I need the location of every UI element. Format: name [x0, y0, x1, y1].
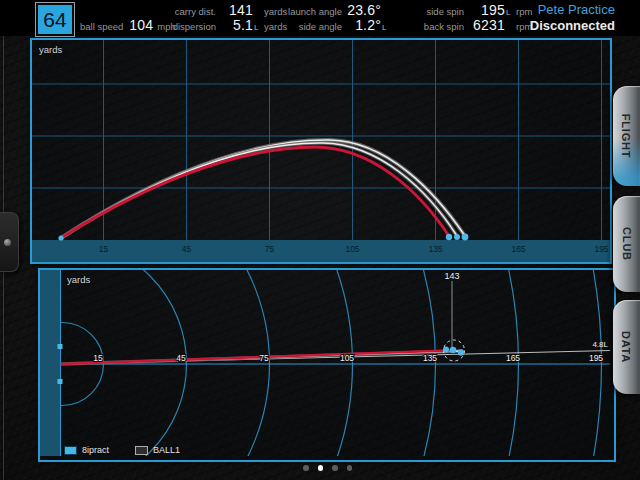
page-dot[interactable]: [332, 465, 338, 471]
svg-text:165: 165: [506, 353, 520, 363]
svg-text:105: 105: [340, 353, 354, 363]
legend-label: BALL1: [153, 445, 180, 455]
metric-angle-group: launch angle 23.6° side angle 1.2°L: [286, 2, 388, 31]
legend-item-ball[interactable]: BALL1: [135, 445, 180, 455]
page-dot[interactable]: [347, 465, 353, 471]
tee-box-bar: [40, 270, 60, 456]
flight-chart: 15 45 75 105 135 165 195: [32, 40, 610, 262]
drawer-knob-icon: [4, 239, 11, 246]
ball-landing-marker[interactable]: [443, 340, 465, 361]
tab-flight-label: FLIGHT: [621, 114, 633, 159]
metric-side: L: [506, 8, 512, 17]
flight-side-view-panel: 15 45 75 105 135 165 195: [30, 38, 612, 264]
legend-swatch-gray: [135, 446, 148, 455]
legend-swatch-blue: [64, 446, 77, 455]
legend: 8ipract BALL1: [64, 445, 180, 455]
metric-carry-group: carry dist. 141 yards dispersion 5.1L ya…: [150, 2, 287, 31]
svg-text:165: 165: [511, 244, 525, 254]
metric-label: launch angle: [286, 6, 342, 17]
player-name[interactable]: Pete Practice: [538, 2, 615, 17]
connection-status: Disconnected: [530, 18, 615, 33]
top-down-view-panel: 143 15 45 75 105 135 165 195 4.8L: [38, 268, 616, 462]
top-view-chart: 143 15 45 75 105 135 165 195 4.8L: [40, 270, 610, 456]
metric-value: 6231: [473, 17, 505, 33]
metric-label: dispersion: [150, 21, 216, 32]
page-dot[interactable]: [303, 465, 309, 471]
lateral-deviation-label: 4.8L: [592, 340, 608, 349]
metric-value: 1.2°: [355, 17, 381, 33]
svg-text:135: 135: [423, 353, 437, 363]
metric-label: side spin: [422, 6, 464, 17]
tab-flight[interactable]: FLIGHT: [613, 86, 640, 186]
svg-text:75: 75: [265, 244, 275, 254]
legend-label: 8ipract: [82, 445, 109, 455]
metric-side: L: [382, 23, 388, 32]
session-info: Pete Practice Disconnected: [530, 2, 615, 33]
shot-number-badge[interactable]: 64: [36, 3, 74, 36]
tab-data-label: DATA: [621, 331, 633, 363]
svg-text:105: 105: [345, 244, 359, 254]
axis-unit-label: yards: [67, 274, 90, 285]
total-distance-marker: 143: [444, 271, 459, 347]
metric-value: 141: [229, 2, 253, 18]
page-dot[interactable]: [318, 465, 324, 471]
metric-side: L: [254, 23, 260, 32]
metric-label: carry dist.: [150, 6, 216, 17]
metric-value: 195: [481, 2, 505, 18]
svg-text:45: 45: [176, 353, 186, 363]
header-bar: 64 ball speed 104 mph carry dist. 141 ya…: [0, 0, 640, 36]
svg-text:195: 195: [589, 353, 603, 363]
axis-unit-label: yards: [39, 44, 62, 55]
metric-unit: yards: [264, 6, 287, 17]
svg-text:75: 75: [259, 353, 269, 363]
trajectory-curves: [61, 140, 465, 238]
svg-text:195: 195: [594, 244, 608, 254]
metric-unit: yards: [264, 21, 287, 32]
tab-club-label: CLUB: [621, 227, 633, 261]
svg-text:15: 15: [93, 353, 103, 363]
svg-text:135: 135: [428, 244, 442, 254]
metric-label: side angle: [286, 21, 342, 32]
page-indicator: [303, 465, 352, 471]
metric-value: 23.6°: [347, 2, 381, 18]
ball-landing-dots: [58, 234, 468, 241]
metric-value: 5.1: [233, 17, 253, 33]
metric-label: back spin: [422, 21, 464, 32]
tab-data[interactable]: DATA: [613, 300, 640, 394]
svg-text:45: 45: [182, 244, 192, 254]
app-screen: 64 ball speed 104 mph carry dist. 141 ya…: [0, 0, 640, 480]
side-drawer-handle[interactable]: [0, 212, 19, 272]
legend-item-club[interactable]: 8ipract: [64, 445, 109, 455]
metric-spin-group: side spin 195L rpm back spin 6231 rpm: [422, 2, 532, 31]
svg-text:143: 143: [444, 271, 459, 281]
metric-label: ball speed: [80, 21, 123, 32]
svg-text:15: 15: [99, 244, 109, 254]
tab-club[interactable]: CLUB: [613, 196, 640, 292]
